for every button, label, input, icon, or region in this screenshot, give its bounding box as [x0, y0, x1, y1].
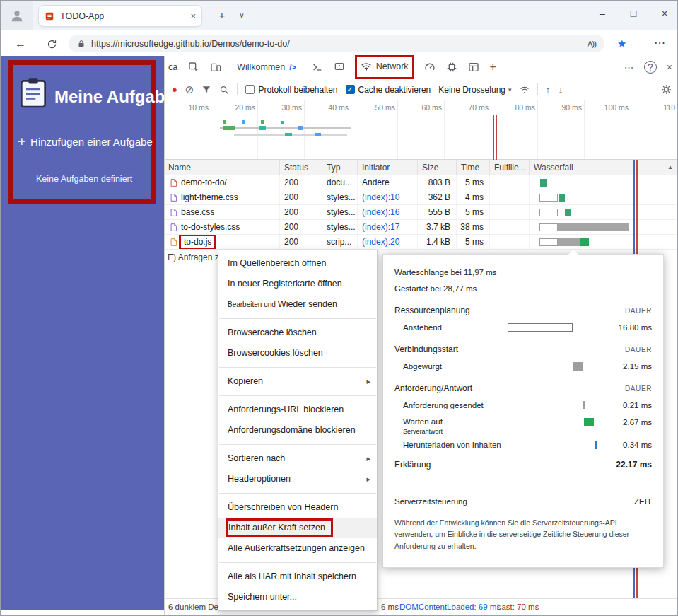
column-header-waterfall[interactable]: Wasserfall ▲: [530, 160, 678, 175]
menu-item-sort-by[interactable]: Sortieren nach▸: [218, 448, 377, 469]
network-wifi-icon: [361, 61, 372, 72]
tab-close-icon[interactable]: ×: [190, 11, 196, 21]
request-status: 200: [280, 235, 322, 249]
application-icon[interactable]: [468, 62, 479, 73]
checkbox-unchecked[interactable]: [245, 85, 255, 94]
request-initiator-link[interactable]: (index):20: [358, 235, 418, 249]
table-row[interactable]: to-do-styles.css 200 styles... (index):1…: [164, 220, 678, 235]
request-time: 4 ms: [457, 190, 490, 204]
new-tab-button[interactable]: +: [215, 9, 229, 21]
menu-separator: [219, 318, 376, 319]
minimize-button[interactable]: –: [592, 8, 613, 19]
refresh-button[interactable]: [43, 36, 60, 52]
inspect-icon[interactable]: [188, 62, 199, 73]
queueing-bar: [508, 323, 573, 332]
tab-network[interactable]: Network: [356, 56, 414, 79]
issues-icon[interactable]: [334, 62, 345, 73]
table-row-selected[interactable]: to-do.js 200 scrip... (index):20 1.4 kB …: [164, 235, 678, 250]
network-conditions-icon[interactable]: [520, 85, 530, 95]
column-header-typ[interactable]: Typ: [322, 160, 358, 175]
request-type: styles...: [322, 220, 358, 234]
browser-tab[interactable]: TODO-App ×: [38, 5, 202, 27]
menu-item-save-as[interactable]: Speichern unter...: [218, 587, 377, 608]
network-settings-gear-icon[interactable]: [661, 84, 672, 95]
menu-item-open-in-sources[interactable]: Im Quellenbereich öffnen: [218, 253, 377, 274]
preserve-log-checkbox[interactable]: Protokoll beibehalten: [245, 85, 337, 95]
memory-icon[interactable]: [446, 62, 457, 73]
throttling-select[interactable]: Keine Drosselung ▾: [438, 85, 511, 95]
console-icon[interactable]: [312, 62, 323, 73]
waterfall-label: Wasserfall: [534, 163, 573, 173]
export-har-button[interactable]: ↓: [559, 84, 563, 95]
disable-cache-checkbox[interactable]: ✓ Cache deaktivieren: [346, 85, 431, 95]
menu-item-open-in-new-tab[interactable]: In neuer Registerkarte öffnen: [218, 274, 377, 294]
menu-item-override-content[interactable]: Inhalt außer Kraft setzen: [218, 518, 377, 538]
table-row[interactable]: light-theme.css 200 styles... (index):10…: [164, 190, 678, 205]
waiting-sublabel: Serverantwort: [403, 426, 652, 436]
more-tools-button[interactable]: +: [490, 61, 496, 74]
menu-item-override-headers[interactable]: Überschreiben von Headern: [218, 497, 377, 518]
column-header-initiator[interactable]: Initiator: [358, 160, 418, 175]
tab-welcome[interactable]: Willkommen />: [232, 56, 301, 79]
menu-item-copy[interactable]: Kopieren▸: [218, 371, 377, 392]
table-row[interactable]: demo-to-do/ 200 docu... Andere 803 B 5 m…: [164, 175, 678, 190]
device-toolbar-icon[interactable]: [210, 62, 221, 73]
tab-list-icon[interactable]: ∨: [235, 11, 249, 19]
menu-item-show-all-overrides[interactable]: Alle Außerkraftsetzungen anzeigen: [218, 538, 377, 559]
menu-item-clear-cache[interactable]: Browsercache löschen: [218, 322, 377, 343]
favorite-star-icon[interactable]: ★: [617, 37, 626, 50]
request-fulfilled: [490, 220, 530, 234]
request-initiator-link[interactable]: (index):10: [358, 190, 418, 204]
menu-item-save-har[interactable]: Alle als HAR mit Inhalt speichern: [218, 566, 377, 587]
url-field[interactable]: https://microsoftedge.github.io/Demos/de…: [69, 35, 604, 52]
request-initiator-link[interactable]: (index):17: [358, 220, 418, 234]
request-initiator-link[interactable]: (index):16: [358, 205, 418, 219]
filter-icon[interactable]: [201, 85, 211, 95]
maximize-button[interactable]: □: [623, 8, 644, 19]
add-task-button[interactable]: + Hinzufügen einer Aufgabe: [18, 134, 153, 149]
ruler-label: 90 ms: [538, 100, 585, 115]
clear-button[interactable]: ⊘: [185, 83, 194, 96]
browser-menu-icon[interactable]: ⋯: [654, 36, 666, 50]
waterfall-bar: [539, 209, 558, 216]
waterfall-bar: [540, 179, 547, 187]
table-row[interactable]: base.css 200 styles... (index):16 555 B …: [164, 205, 678, 220]
menu-item-clear-cookies[interactable]: Browsercookies löschen: [218, 343, 377, 364]
tab-favicon-icon: [45, 11, 54, 21]
menu-item-header-options[interactable]: Headeroptionen▸: [218, 469, 377, 489]
tab-partial[interactable]: ca: [168, 62, 177, 72]
ruler-label: 70 ms: [445, 100, 491, 115]
menu-item-block-url[interactable]: Anforderungs-URL blockieren: [218, 400, 377, 420]
queueing-value: 16.80 ms: [619, 319, 652, 336]
column-header-fulfilled[interactable]: Fulfille...: [490, 160, 530, 175]
devtools-menu-icon[interactable]: ⋯: [624, 62, 634, 73]
duration-header: DAUER: [625, 385, 652, 393]
request-size: 362 B: [418, 190, 457, 204]
back-button[interactable]: ←: [12, 36, 29, 52]
stalled-bar: [573, 362, 583, 371]
read-aloud-icon[interactable]: A)): [588, 40, 596, 48]
waterfall-cell: [530, 235, 678, 249]
column-header-time[interactable]: Time: [457, 160, 490, 175]
statusbar-load: Last: 70 ms: [497, 603, 539, 611]
performance-icon[interactable]: [424, 62, 436, 73]
devtools-tabbar: ca Willkommen /> Network: [165, 56, 678, 79]
column-header-size[interactable]: Size: [418, 160, 457, 175]
help-icon[interactable]: ?: [644, 61, 657, 74]
column-header-name[interactable]: Name: [164, 160, 280, 175]
waterfall-bar: [539, 194, 558, 202]
search-icon[interactable]: [219, 85, 229, 95]
todo-title: Meine Aufgaben: [54, 87, 185, 107]
devtools-close-icon[interactable]: ×: [667, 62, 672, 73]
menu-item-block-domain[interactable]: Anforderungsdomäne blockieren: [218, 420, 377, 441]
checkbox-checked[interactable]: ✓: [346, 85, 355, 94]
menu-item-edit-and-resend[interactable]: Bearbeiten undWieder senden: [218, 294, 377, 315]
ruler-label: 80 ms: [491, 100, 538, 115]
request-status: 200: [280, 220, 322, 234]
column-header-status[interactable]: Status: [280, 160, 322, 175]
close-button[interactable]: ×: [654, 8, 675, 19]
import-har-button[interactable]: ↑: [546, 84, 551, 95]
duration-header: DAUER: [625, 346, 652, 354]
profile-avatar-icon[interactable]: [1, 1, 33, 30]
menu-item-label: Inhalt außer Kraft setzen: [228, 521, 331, 535]
